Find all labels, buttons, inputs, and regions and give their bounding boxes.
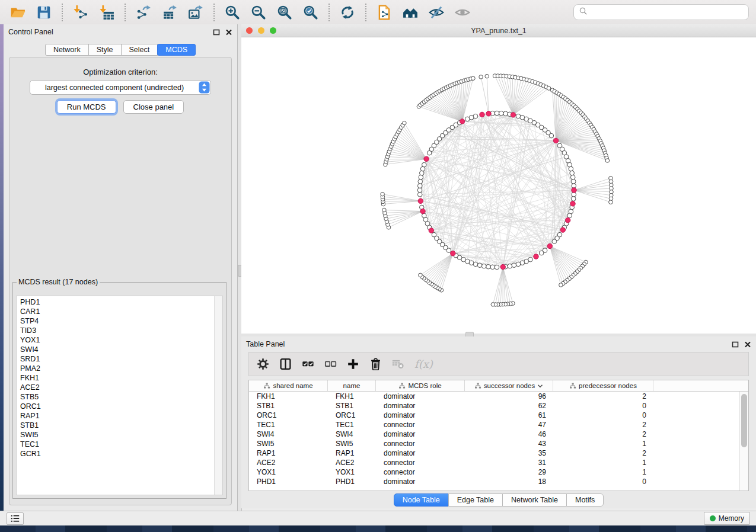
close-table-panel-icon[interactable] — [744, 341, 751, 348]
table-row[interactable]: SWI5SWI5connector431 — [249, 439, 740, 448]
cell-name: STB1 — [328, 401, 376, 411]
cell-predecessor-nodes: 0 — [553, 477, 653, 486]
close-panel-icon[interactable] — [225, 29, 232, 36]
tab-network-table[interactable]: Network Table — [502, 493, 567, 507]
search-input[interactable] — [591, 6, 748, 19]
tab-mcds[interactable]: MCDS — [157, 44, 196, 56]
cell-shared-name: SWI4 — [249, 430, 328, 439]
mcds-result-item[interactable]: TID3 — [17, 326, 215, 335]
add-column-button[interactable] — [346, 357, 360, 371]
column-header-shared-name[interactable]: shared name — [249, 380, 328, 391]
network-canvas[interactable] — [241, 37, 756, 334]
network-overview-button[interactable] — [401, 4, 419, 21]
criterion-dropdown[interactable]: largest connected component (undirected) — [30, 80, 211, 95]
table-row[interactable]: ORC1ORC1dominator610 — [249, 411, 740, 420]
eye-slash-icon — [429, 5, 444, 20]
table-row[interactable]: STB1STB1dominator620 — [249, 401, 740, 411]
tab-label: Motifs — [575, 496, 595, 504]
cell-filler — [653, 448, 740, 458]
cell-shared-name: ORC1 — [249, 411, 328, 420]
refresh-icon — [340, 5, 355, 20]
save-icon — [36, 5, 52, 20]
column-header-mcds-role[interactable]: MCDS role — [376, 380, 465, 391]
mcds-result-item[interactable]: SRD1 — [17, 354, 215, 364]
cell-predecessor-nodes: 1 — [553, 439, 653, 448]
import-table-icon — [99, 5, 114, 20]
open-session-button[interactable] — [9, 4, 27, 21]
tab-style[interactable]: Style — [88, 44, 122, 56]
toggle-graphics-details-button[interactable] — [428, 4, 445, 21]
zoom-fit-content-button[interactable] — [276, 4, 294, 21]
tab-network[interactable]: Network — [45, 44, 89, 56]
float-table-panel-icon[interactable] — [732, 341, 739, 348]
cell-mcds-role: connector — [376, 420, 465, 430]
mcds-result-item[interactable]: PMA2 — [17, 364, 215, 373]
tab-motifs[interactable]: Motifs — [566, 493, 604, 507]
mcds-result-item[interactable]: GCR1 — [17, 449, 215, 459]
mcds-result-item[interactable]: TEC1 — [17, 440, 215, 449]
tab-select[interactable]: Select — [121, 44, 158, 56]
mcds-result-item[interactable]: FKH1 — [17, 373, 215, 383]
open-network-file-button[interactable] — [375, 4, 393, 21]
cell-name: YOX1 — [328, 467, 376, 477]
column-header-predecessor-nodes[interactable]: predecessor nodes — [553, 380, 653, 391]
import-network-button[interactable] — [72, 4, 90, 21]
zoom-selected-button[interactable] — [302, 4, 320, 21]
refresh-network-button[interactable] — [339, 4, 356, 21]
table-row[interactable]: TEC1TEC1connector472 — [249, 420, 740, 430]
houses-icon — [403, 5, 418, 20]
zoom-out-button[interactable] — [250, 4, 267, 21]
tree-icon — [569, 383, 576, 389]
table-row[interactable]: PHD1PHD1dominator180 — [249, 477, 740, 486]
mcds-result-item[interactable]: ORC1 — [17, 402, 215, 411]
node-table: shared namenameMCDS rolesuccessor nodesp… — [248, 380, 749, 491]
tab-edge-table[interactable]: Edge Table — [448, 493, 503, 507]
export-table-button[interactable] — [161, 4, 178, 21]
cell-mcds-role: dominator — [376, 430, 465, 439]
tab-node-table[interactable]: Node Table — [394, 493, 449, 507]
table-row[interactable]: SWI4SWI4dominator462 — [249, 430, 740, 439]
search-box[interactable] — [573, 4, 749, 20]
cell-mcds-role: connector — [376, 467, 465, 477]
deselect-all-rows-button[interactable] — [324, 357, 337, 371]
table-row[interactable]: YOX1YOX1connector291 — [249, 467, 740, 477]
table-row[interactable]: ACE2ACE2connector311 — [249, 458, 740, 467]
zoom-in-button[interactable] — [224, 4, 241, 21]
mcds-result-item[interactable]: YOX1 — [17, 335, 215, 345]
float-panel-icon[interactable] — [213, 29, 220, 36]
mcds-result-item[interactable]: CAR1 — [17, 307, 215, 316]
table-row[interactable]: RAP1RAP1dominator352 — [249, 448, 740, 458]
network-view-window: YPA_prune.txt_1 — [241, 24, 756, 334]
mcds-result-item[interactable]: STB1 — [17, 421, 215, 430]
show-columns-button[interactable] — [279, 357, 292, 371]
table-scrollbar-thumb[interactable] — [741, 394, 747, 447]
table-row[interactable]: FKH1FKH1dominator962 — [249, 392, 740, 401]
mcds-result-scrollbar[interactable] — [214, 296, 222, 495]
select-all-rows-button[interactable] — [301, 357, 315, 371]
run-mcds-button[interactable]: Run MCDS — [57, 100, 116, 114]
column-header-successor-nodes[interactable]: successor nodes — [465, 380, 553, 391]
mcds-result-item[interactable]: RAP1 — [17, 411, 215, 421]
memory-button[interactable]: Memory — [704, 512, 750, 525]
table-settings-button[interactable] — [256, 357, 270, 371]
tree-icon — [474, 383, 481, 389]
save-session-button[interactable] — [35, 4, 53, 21]
cell-predecessor-nodes: 2 — [553, 420, 653, 430]
delete-columns-button[interactable] — [369, 357, 382, 371]
table-scrollbar[interactable] — [739, 392, 748, 491]
mcds-result-item[interactable]: PHD1 — [17, 297, 215, 307]
tab-label: Node Table — [403, 496, 440, 504]
close-panel-button[interactable]: Close panel — [123, 100, 184, 114]
column-header-name[interactable]: name — [328, 380, 376, 391]
export-network-button[interactable] — [135, 4, 152, 21]
import-table-button[interactable] — [98, 4, 116, 21]
mcds-result-item[interactable]: ACE2 — [17, 383, 215, 392]
mcds-result-item[interactable]: STB5 — [17, 392, 215, 402]
task-history-button[interactable] — [7, 512, 24, 525]
mcds-result-item[interactable]: SWI5 — [17, 430, 215, 440]
mcds-result-item[interactable]: STP4 — [17, 316, 215, 326]
tab-label: Style — [97, 46, 113, 54]
cell-filler — [653, 458, 740, 467]
export-image-button[interactable] — [187, 4, 205, 21]
mcds-result-item[interactable]: SWI4 — [17, 345, 215, 354]
